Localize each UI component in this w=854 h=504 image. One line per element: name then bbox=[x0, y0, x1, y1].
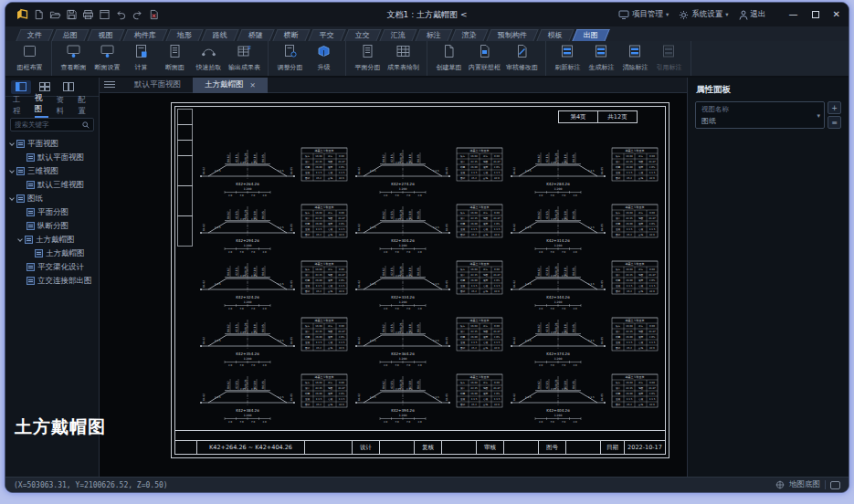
window-book-icon[interactable] bbox=[96, 7, 112, 23]
cross-section[interactable]: 84.6242.15504.2642.1884.0584.6284.052.0%… bbox=[508, 313, 659, 366]
system-settings-button[interactable]: 系统设置 ▾ bbox=[679, 9, 728, 20]
ribbon-button[interactable]: 内置联想框 bbox=[466, 43, 503, 72]
browser-tab[interactable]: 工程 bbox=[13, 95, 26, 117]
close-doc-icon[interactable] bbox=[145, 7, 162, 23]
cross-section[interactable]: 84.6242.15504.2642.1884.0584.6284.052.0%… bbox=[508, 143, 659, 196]
menu-tab[interactable]: 构件库 bbox=[122, 29, 167, 41]
close-tab-icon[interactable]: ✕ bbox=[250, 81, 256, 89]
document-tab[interactable]: 默认平面视图 bbox=[122, 78, 193, 93]
browser-tab[interactable]: 配置 bbox=[78, 95, 91, 117]
ribbon-button[interactable]: 图框布置 bbox=[13, 43, 47, 72]
ribbon-button[interactable]: 刷新标注 bbox=[551, 43, 585, 72]
basemap-label[interactable]: 地图底图 bbox=[789, 479, 820, 490]
cross-section[interactable]: 84.6242.15504.2642.1884.0584.6284.052.0%… bbox=[197, 313, 349, 366]
menu-tab[interactable]: 文件 bbox=[16, 29, 53, 41]
chevron-down-icon[interactable] bbox=[9, 141, 15, 146]
ribbon-button[interactable]: 清除标注 bbox=[618, 43, 652, 72]
close-button[interactable]: ✕ bbox=[833, 10, 840, 19]
panel-layout-grid-icon[interactable] bbox=[35, 80, 55, 94]
ribbon-button[interactable]: 升级 bbox=[307, 43, 341, 72]
redo-icon[interactable] bbox=[129, 7, 145, 23]
cross-section[interactable]: 84.6242.15504.2642.1884.0584.6284.052.0%… bbox=[508, 257, 659, 310]
save-icon[interactable] bbox=[63, 7, 79, 23]
tree-item[interactable]: 默认平面视图 bbox=[5, 151, 99, 164]
svg-text:1:1.5: 1:1.5 bbox=[471, 341, 478, 344]
menu-tab[interactable]: 平交 bbox=[308, 29, 345, 41]
tree-item[interactable]: 平面视图 bbox=[5, 137, 99, 151]
ribbon-button[interactable]: 调整分图 bbox=[273, 43, 307, 72]
tree-item[interactable]: 土方戴帽图 bbox=[5, 247, 99, 260]
maximize-button[interactable] bbox=[812, 11, 819, 18]
new-file-icon[interactable] bbox=[30, 7, 47, 23]
tree-item[interactable]: 图纸 bbox=[5, 192, 99, 205]
tree-item[interactable]: 纵断分图 bbox=[5, 219, 99, 233]
tree-item[interactable]: 默认三维视图 bbox=[5, 178, 99, 192]
cross-section[interactable]: 84.6242.15504.2642.1884.0584.6284.052.0%… bbox=[197, 257, 349, 310]
ribbon-button[interactable]: 创建草图 bbox=[432, 43, 466, 72]
ribbon-button[interactable]: 断面图 bbox=[158, 43, 192, 72]
undo-icon[interactable] bbox=[112, 7, 129, 23]
logout-button[interactable]: 退出 bbox=[739, 9, 766, 20]
view-name-dropdown[interactable]: 视图名称 图纸 ▾ bbox=[695, 101, 825, 129]
ribbon-button[interactable]: 查看断面 bbox=[57, 43, 90, 72]
ribbon-button[interactable]: 成果表绘制 bbox=[385, 43, 422, 72]
browser-tab[interactable]: 资料 bbox=[57, 95, 70, 117]
open-folder-icon[interactable] bbox=[47, 7, 63, 23]
cross-section[interactable]: 84.6242.15504.2642.1884.0584.6284.052.0%… bbox=[353, 257, 504, 310]
minimize-button[interactable]: — bbox=[789, 10, 798, 19]
menu-tab[interactable]: 模板 bbox=[536, 29, 574, 41]
view-mode-button[interactable] bbox=[830, 481, 840, 489]
cross-section[interactable]: 84.6242.15504.2642.1884.0584.6284.052.0%… bbox=[508, 370, 659, 423]
chevron-down-icon[interactable] bbox=[9, 195, 15, 201]
drawing-canvas[interactable]: 第4页 共12页 84.6242.15504.2642.1884.0584.62… bbox=[100, 93, 687, 477]
svg-text:42.15: 42.15 bbox=[470, 274, 478, 277]
panel-layout-split-icon[interactable] bbox=[58, 80, 79, 94]
cross-section[interactable]: 84.6242.15504.2642.1884.0584.6284.052.0%… bbox=[353, 143, 504, 196]
menu-tab[interactable]: 立交 bbox=[343, 29, 381, 41]
menu-tab[interactable]: 预制构件 bbox=[486, 29, 538, 41]
ribbon-button[interactable]: 平面分图 bbox=[351, 43, 385, 72]
ribbon-button[interactable]: 生成标注 bbox=[585, 43, 618, 72]
cross-section[interactable]: 84.6242.15504.2642.1884.0584.6284.052.0%… bbox=[508, 200, 659, 253]
tree-item[interactable]: 土方戴帽图 bbox=[5, 233, 99, 247]
cross-section[interactable]: 84.6242.15504.2642.1884.0584.6284.052.0%… bbox=[353, 370, 504, 423]
menu-tab[interactable]: 标注 bbox=[415, 29, 452, 41]
menu-tab[interactable]: 桥隧 bbox=[237, 29, 274, 41]
cross-section[interactable]: 84.6242.15504.2642.1884.0584.6284.052.0%… bbox=[353, 200, 504, 253]
menu-tab[interactable]: 渲染 bbox=[450, 29, 488, 41]
add-button[interactable]: + bbox=[828, 101, 841, 114]
tree-item[interactable]: 平交渠化设计 bbox=[5, 260, 99, 274]
print-icon[interactable] bbox=[79, 7, 96, 23]
menu-tab-bar: 文件总图视图构件库地形路线桥隧横断平交立交汇流标注渲染预制构件模板出图 bbox=[5, 26, 849, 41]
ribbon-button[interactable]: 快速拾取 bbox=[192, 43, 226, 72]
browser-tab[interactable]: 视图 bbox=[35, 93, 48, 118]
search-input[interactable]: 搜索关键字 bbox=[10, 118, 94, 131]
menu-tab[interactable]: 总图 bbox=[51, 29, 89, 41]
menu-tab[interactable]: 地形 bbox=[165, 29, 203, 41]
cross-section[interactable]: 84.6242.15504.2642.1884.0584.6284.052.0%… bbox=[197, 200, 349, 253]
tree-item[interactable]: 立交连接部出图 bbox=[5, 274, 99, 288]
cross-section[interactable]: 84.6242.15504.2642.1884.0584.6284.052.0%… bbox=[197, 143, 349, 196]
tree-item[interactable]: 平面分图 bbox=[5, 205, 99, 219]
menu-tab[interactable]: 路线 bbox=[201, 29, 238, 41]
tab-list-icon[interactable] bbox=[104, 81, 115, 89]
project-manage-button[interactable]: 项目管理 ▾ bbox=[618, 9, 669, 20]
cross-section[interactable]: 84.6242.15504.2642.1884.0584.6284.052.0%… bbox=[353, 313, 504, 366]
panel-layout-left-icon[interactable] bbox=[11, 80, 31, 94]
document-tab[interactable]: 土方戴帽图✕ bbox=[193, 78, 268, 93]
tree-item-label: 土方戴帽图 bbox=[36, 235, 75, 246]
chevron-down-icon[interactable] bbox=[9, 168, 15, 173]
cross-section[interactable]: 84.6242.15504.2642.1884.0584.6284.052.0%… bbox=[197, 370, 349, 423]
ribbon-button[interactable]: 审核修改图 bbox=[503, 43, 541, 72]
tree-item[interactable]: 三维视图 bbox=[5, 164, 99, 178]
chevron-down-icon[interactable] bbox=[17, 236, 23, 242]
menu-tab[interactable]: 横断 bbox=[272, 29, 310, 41]
ribbon-button[interactable]: 2输出成果表 bbox=[226, 43, 263, 72]
frame-icon bbox=[21, 44, 38, 62]
ribbon-button[interactable]: 计算 bbox=[124, 43, 158, 72]
menu-tab[interactable]: 视图 bbox=[87, 29, 124, 41]
list-button[interactable]: ≡ bbox=[828, 116, 841, 129]
menu-tab[interactable]: 出图 bbox=[572, 29, 609, 41]
ribbon-button[interactable]: 断面设置 bbox=[90, 43, 124, 72]
menu-tab[interactable]: 汇流 bbox=[379, 29, 416, 41]
